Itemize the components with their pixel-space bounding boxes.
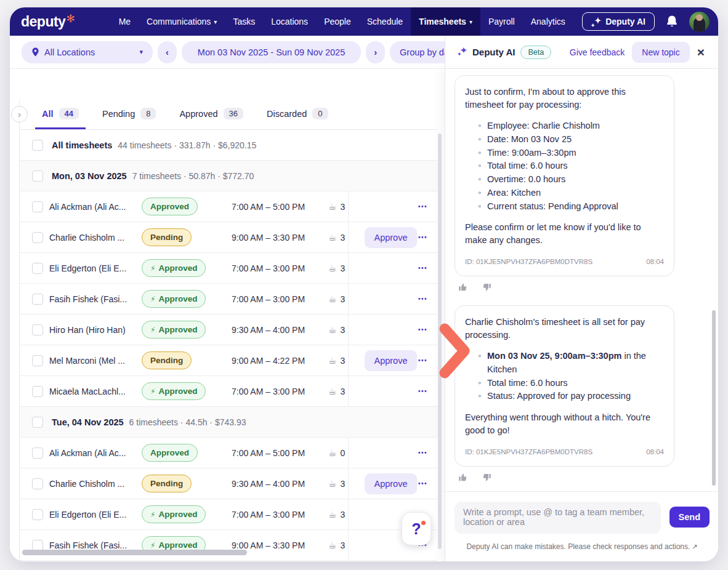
- employee-name[interactable]: Charlie Chisholm ...: [49, 233, 140, 243]
- row-checkbox[interactable]: [32, 509, 43, 520]
- row-checkbox[interactable]: [32, 201, 43, 212]
- status-badge: ⚡ Approved: [142, 321, 206, 339]
- ai-panel-scrollbar[interactable]: [712, 310, 716, 486]
- break-cup-icon: ☕: [328, 263, 336, 274]
- give-feedback-link[interactable]: Give feedback: [566, 45, 629, 60]
- ai-message: Just to confirm, I'm about to approve th…: [455, 75, 709, 300]
- tab-label: Discarded: [267, 109, 307, 119]
- row-checkbox[interactable]: [32, 263, 43, 274]
- thumbs-down-icon[interactable]: [482, 283, 491, 292]
- message-intro: Charlie Chisholm's timesheet is all set …: [465, 316, 664, 342]
- select-day-checkbox[interactable]: [32, 417, 43, 428]
- row-checkbox[interactable]: [32, 448, 43, 459]
- employee-name[interactable]: Eli Edgerton (Eli E...: [49, 510, 140, 520]
- row-checkbox[interactable]: [32, 324, 43, 335]
- row-menu-button[interactable]: •••: [418, 449, 427, 456]
- prev-week-button[interactable]: ‹: [158, 41, 177, 63]
- send-button[interactable]: Send: [669, 507, 710, 528]
- row-checkbox[interactable]: [32, 478, 43, 489]
- employee-name[interactable]: Micaela MacLachl...: [49, 387, 140, 396]
- date-range-selector[interactable]: Mon 03 Nov 2025 - Sun 09 Nov 2025: [182, 41, 361, 63]
- row-checkbox[interactable]: [32, 232, 43, 243]
- prompt-input[interactable]: [455, 502, 661, 534]
- employee-name[interactable]: Ali Ackman (Ali Ac...: [49, 202, 140, 212]
- break-cup-icon: ☕: [328, 232, 336, 243]
- nav-item[interactable]: Schedule: [359, 7, 411, 36]
- external-link-icon[interactable]: ↗: [692, 543, 697, 550]
- row-checkbox[interactable]: [32, 355, 43, 366]
- status-badge-label: Approved: [158, 263, 197, 273]
- status-badge-label: Approved: [158, 294, 197, 303]
- status-tab[interactable]: Discarded 0: [260, 100, 335, 129]
- row-menu-button[interactable]: •••: [418, 480, 427, 487]
- sidebar-expander-button[interactable]: ›: [11, 106, 28, 122]
- row-checkbox[interactable]: [32, 294, 43, 305]
- nav-item[interactable]: Timesheets ▾: [411, 7, 480, 36]
- employee-name[interactable]: Ali Ackman (Ali Ac...: [49, 448, 140, 458]
- auto-approved-bolt-icon: ⚡: [150, 541, 155, 550]
- ai-prompt-footer: Send Deputy AI can make mistakes. Please…: [445, 491, 718, 561]
- select-all-checkbox[interactable]: [32, 140, 43, 151]
- bullet-bold: Mon 03 Nov 25, 9:00am–3:30pm: [487, 351, 621, 361]
- bullet-text: Time: 9:00am–3:30pm: [487, 148, 576, 158]
- bullet-text: Date: Mon 03 Nov 25: [487, 134, 572, 144]
- employee-name[interactable]: Hiro Han (Hiro Han): [49, 325, 140, 335]
- nav-item[interactable]: Tasks: [225, 7, 263, 36]
- nav-item[interactable]: Me: [111, 7, 139, 36]
- row-menu-button[interactable]: •••: [418, 234, 427, 241]
- new-topic-button[interactable]: New topic: [632, 42, 689, 63]
- approve-button[interactable]: Approve: [365, 473, 417, 494]
- select-day-checkbox[interactable]: [32, 171, 43, 182]
- close-icon[interactable]: ×: [694, 46, 708, 58]
- status-badge-label: Approved: [150, 202, 189, 211]
- timesheet-group: Tue, 04 Nov 2025 6 timesheets · 44.5h · …: [20, 407, 437, 561]
- thumbs-down-icon[interactable]: [482, 473, 491, 482]
- status-badge: ⚡ Approved: [142, 382, 206, 400]
- employee-name[interactable]: Fasih Fishek (Fasi...: [49, 540, 140, 550]
- row-menu-button[interactable]: •••: [418, 295, 427, 302]
- thumbs-up-icon[interactable]: [458, 473, 467, 482]
- row-menu-button[interactable]: •••: [418, 326, 427, 333]
- employee-name[interactable]: Fasih Fishek (Fasi...: [49, 294, 140, 304]
- row-menu-button[interactable]: •••: [418, 265, 427, 271]
- shift-time: 9:30 AM – 4:00 PM: [222, 479, 320, 489]
- message-bullet: Area: Kitchen: [465, 187, 664, 200]
- nav-item[interactable]: Payroll: [480, 7, 523, 36]
- bullet-text: Total time: 6.0 hours: [487, 161, 568, 171]
- notifications-bell-icon[interactable]: [665, 14, 679, 29]
- deputy-ai-button[interactable]: Deputy AI: [582, 12, 655, 31]
- employee-name[interactable]: Charlie Chisholm ...: [49, 479, 140, 489]
- status-badge-label: Approved: [158, 387, 197, 396]
- status-tab[interactable]: Pending 8: [95, 100, 163, 129]
- location-filter[interactable]: All Locations ▾: [22, 41, 153, 63]
- date-section-row: Mon, 03 Nov 2025 7 timesheets · 50.87h ·…: [20, 161, 437, 191]
- break-value: 3: [340, 540, 345, 550]
- main-horizontal-scrollbar[interactable]: [22, 550, 247, 555]
- nav-item[interactable]: Analytics: [523, 7, 573, 36]
- row-checkbox[interactable]: [32, 540, 43, 551]
- shift-time: 7:00 AM – 3:00 PM: [222, 263, 320, 273]
- row-menu-button[interactable]: •••: [418, 203, 427, 210]
- timesheet-row: Fasih Fishek (Fasi... ⚡ Approved 9:00 AM…: [20, 530, 437, 561]
- employee-name[interactable]: Mel Marconi (Mel ...: [49, 356, 140, 366]
- row-menu-button[interactable]: •••: [418, 357, 427, 364]
- approve-button[interactable]: Approve: [365, 227, 417, 248]
- nav-item[interactable]: Locations: [263, 7, 316, 36]
- thumbs-up-icon[interactable]: [458, 283, 467, 292]
- row-checkbox[interactable]: [32, 386, 43, 397]
- nav-item[interactable]: Communications ▾: [139, 7, 225, 36]
- deputy-logo[interactable]: deputy ✻: [21, 14, 75, 30]
- user-avatar[interactable]: [689, 12, 710, 32]
- row-menu-button[interactable]: •••: [418, 388, 427, 395]
- status-tab[interactable]: Approved 36: [172, 100, 250, 129]
- break-cup-icon: ☕: [328, 294, 336, 305]
- help-button[interactable]: ?: [402, 512, 431, 545]
- status-tab[interactable]: All 44: [35, 100, 86, 129]
- shift-time: 7:00 AM – 3:00 PM: [222, 510, 320, 520]
- group-by-selector[interactable]: Group by date: [390, 41, 445, 63]
- break-cup-icon: ☕: [328, 386, 336, 397]
- approve-button[interactable]: Approve: [365, 350, 417, 371]
- next-week-button[interactable]: ›: [366, 41, 385, 63]
- nav-item[interactable]: People: [316, 7, 359, 36]
- employee-name[interactable]: Eli Edgerton (Eli E...: [49, 263, 140, 273]
